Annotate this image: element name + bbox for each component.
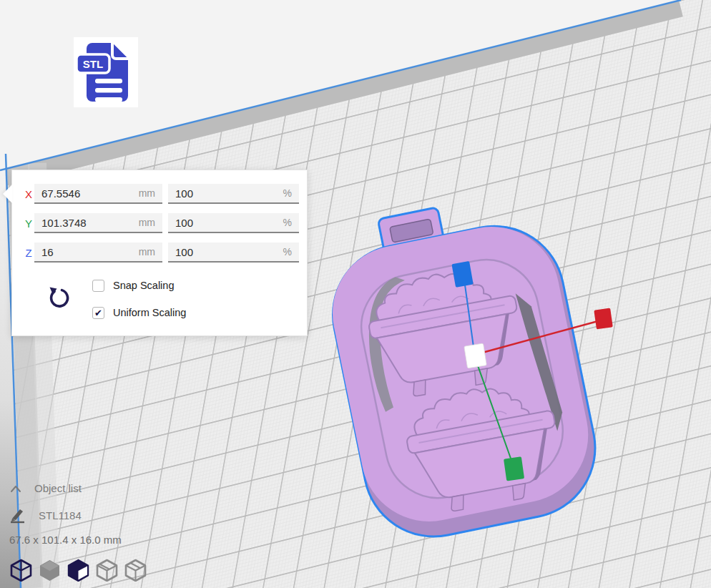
object-list-title: Object list (34, 482, 82, 494)
reset-arrow-icon (46, 286, 71, 312)
z-percent-input[interactable]: 100 % (168, 242, 299, 263)
model-dimensions-text: 67.6 x 101.4 x 16.0 mm (9, 534, 122, 546)
x-size-input[interactable]: 67.5546 mm (34, 184, 162, 204)
lid-cube-icon[interactable] (96, 559, 118, 582)
y-percent-value: 100 (175, 217, 193, 229)
y-percent-input[interactable]: 100 % (168, 213, 299, 233)
scale-handle-center-white[interactable] (464, 343, 487, 368)
stl-icon-label: STL (83, 58, 103, 70)
scale-row-x: X 67.5546 mm 100 % (12, 184, 307, 205)
scale-row-y: Y 101.3748 mm 100 % (12, 213, 307, 235)
y-size-unit: mm (139, 217, 155, 228)
axis-label-z: Z (22, 242, 35, 264)
checkmark-icon: ✔ (94, 308, 102, 318)
stl-file-icon: STL (74, 37, 138, 107)
z-size-value: 16 (41, 246, 54, 258)
slicer-window: { "window": { "background_color": "#f3f3… (0, 0, 711, 588)
z-percent-value: 100 (175, 246, 193, 258)
axis-label-y: Y (22, 213, 35, 235)
x-size-unit: mm (139, 187, 155, 199)
uniform-scaling-label: Uniform Scaling (113, 307, 186, 318)
object-list-item-name: STL1184 (39, 509, 82, 521)
axis-label-x: X (22, 184, 35, 205)
scale-handle-x-red[interactable] (594, 308, 613, 329)
x-percent-value: 100 (175, 187, 193, 200)
scale-tool-panel: X 67.5546 mm 100 % Y 101.3748 mm 100 % Z… (11, 170, 308, 336)
wireframe-cube-icon[interactable] (10, 559, 32, 582)
y-size-input[interactable]: 101.3748 mm (34, 213, 162, 233)
solid-cube-icon[interactable] (39, 559, 61, 582)
z-size-unit: mm (139, 246, 155, 258)
snap-scaling-checkbox[interactable] (92, 280, 104, 292)
object-list-item[interactable]: STL1184 (9, 506, 82, 524)
panel-pointer-arrow (3, 185, 12, 203)
solid-outline-cube-icon[interactable] (67, 559, 89, 582)
view-mode-toolbar (10, 559, 147, 582)
chevron-up-icon (10, 484, 21, 493)
x-percent-input[interactable]: 100 % (168, 184, 299, 204)
z-percent-unit: % (283, 246, 292, 258)
pencil-edit-icon (9, 506, 26, 524)
z-size-input[interactable]: 16 mm (34, 242, 162, 263)
open-cube-icon[interactable] (124, 559, 147, 582)
scale-handle-y-green[interactable] (504, 456, 524, 481)
scale-row-z: Z 16 mm 100 % (12, 242, 307, 264)
x-size-value: 67.5546 (41, 187, 80, 200)
uniform-scaling-row: ✔ Uniform Scaling (92, 306, 186, 319)
snap-scaling-row: Snap Scaling (92, 279, 174, 292)
reset-scale-button[interactable] (46, 286, 71, 312)
x-percent-unit: % (283, 187, 292, 199)
snap-scaling-label: Snap Scaling (113, 280, 174, 291)
object-list-header[interactable]: Object list (10, 482, 82, 494)
uniform-scaling-checkbox[interactable]: ✔ (92, 307, 104, 319)
y-percent-unit: % (283, 217, 292, 228)
y-size-value: 101.3748 (41, 217, 87, 229)
